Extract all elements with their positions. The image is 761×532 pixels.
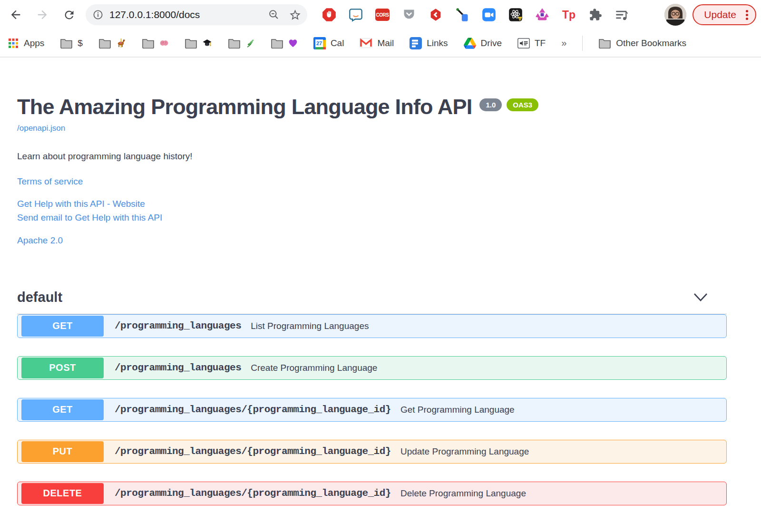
profile-area: Update [664,4,756,26]
email-help-link[interactable]: Send email to Get Help with this API [17,211,761,224]
purple-heart-icon [288,39,298,48]
endpoint-path: /programming_languages/{programming_lang… [115,404,391,415]
reload-icon [63,9,76,21]
carousel-horse-icon [116,38,126,48]
url-text[interactable]: 127.0.0.1:8000/docs [109,9,268,20]
chrome-update-button[interactable]: Update [693,4,756,25]
adblock-extension-icon[interactable] [322,7,337,22]
back-button[interactable] [8,7,24,23]
website-help-link[interactable]: Get Help with this API - Website [17,197,761,211]
zoom-extension-icon[interactable] [481,7,497,22]
swagger-page: The Amazing Programming Language Info AP… [0,58,761,505]
bookmark-star-icon[interactable] [289,9,302,21]
endpoint-row-get-list[interactable]: GET /programming_languages List Programm… [17,314,727,338]
forward-arrow-icon [36,8,49,21]
bookmark-calendar[interactable]: 27 Cal [313,37,344,49]
recycle-extension-icon[interactable] [535,7,550,22]
bookmark-folder-dollar[interactable]: $ [60,38,83,48]
zoom-out-icon[interactable] [268,9,280,21]
endpoint-path: /programming_languages [115,320,241,331]
bookmarks-overflow-chevron[interactable]: » [561,38,566,48]
method-badge: POST [21,358,104,378]
openapi-json-link[interactable]: /openapi.json [17,124,761,133]
brain-icon [159,39,169,48]
tag-section-header[interactable]: default [17,290,727,314]
method-badge: DELETE [21,483,104,504]
folder-icon [142,38,155,48]
bookmark-links[interactable]: Links [410,37,448,49]
tag-section-title: default [17,290,62,305]
endpoint-summary: List Programming Languages [251,321,369,331]
endpoint-row-post-create[interactable]: POST /programming_languages Create Progr… [17,356,727,380]
extensions-row: CORS [322,7,630,22]
bookmark-folder-purple-heart[interactable] [271,38,298,48]
endpoint-path: /programming_languages [115,362,241,373]
reload-button[interactable] [61,7,77,23]
bookmark-folder-herb[interactable] [228,38,255,48]
bookmarks-bar: Apps $ [0,29,761,58]
method-badge: GET [21,316,104,337]
bookmark-folder-carousel-horse[interactable] [98,38,126,48]
api-description: Learn about programming language history… [17,151,761,162]
cors-extension-icon[interactable]: CORS [375,7,390,22]
forward-button[interactable] [34,7,50,23]
endpoint-row-put-update[interactable]: PUT /programming_languages/{programming_… [17,440,727,464]
folder-icon [598,38,611,48]
license-link[interactable]: Apache 2.0 [17,235,761,246]
menu-dots-icon[interactable] [746,10,748,20]
endpoint-row-delete[interactable]: DELETE /programming_languages/{programmi… [17,482,727,505]
bookmark-tf[interactable]: TF [517,38,546,48]
pocket-extension-icon[interactable] [401,7,417,22]
media-controls-icon[interactable] [615,7,630,22]
endpoint-summary: Delete Programming Language [400,488,526,499]
bookmark-gmail[interactable]: Mail [360,38,394,48]
method-badge: PUT [21,441,104,462]
svg-text:27: 27 [316,40,322,46]
bookmark-folder-brain[interactable] [142,38,169,48]
graduation-cap-icon [202,39,212,48]
folder-icon [271,38,283,48]
folder-icon [98,38,111,48]
gmail-icon [360,38,372,48]
method-badge: GET [21,399,104,420]
tf-doc-icon [517,38,530,48]
google-drive-icon [464,38,476,49]
browser-toolbar: 127.0.0.1:8000/docs CORS [0,0,761,29]
apps-grid-icon [8,38,19,49]
other-bookmarks[interactable]: Other Bookmarks [598,38,686,48]
bookmark-apps[interactable]: Apps [8,38,44,49]
collapse-chevron-icon[interactable] [693,292,709,302]
bookmark-drive[interactable]: Drive [464,38,502,49]
version-badge: 1.0 [479,98,502,111]
address-bar[interactable]: 127.0.0.1:8000/docs [86,4,307,25]
terms-of-service-link[interactable]: Terms of service [17,176,761,187]
endpoint-summary: Create Programming Language [251,363,377,373]
update-label: Update [704,9,736,20]
endpoint-summary: Update Programming Language [400,446,529,457]
links-list-icon [410,37,422,49]
red-arrow-extension-icon[interactable] [428,7,443,22]
chat-bubble-extension-icon[interactable] [348,7,363,22]
endpoint-summary: Get Programming Language [400,405,515,415]
api-info: The Amazing Programming Language Info AP… [17,95,727,119]
color-picker-extension-icon[interactable] [455,7,470,22]
endpoint-path: /programming_languages/{programming_lang… [115,446,391,457]
folder-icon [228,38,241,48]
folder-icon [60,38,73,48]
google-calendar-icon: 27 [313,37,326,49]
endpoint-path: /programming_languages/{programming_lang… [115,488,391,499]
folder-icon [185,38,197,48]
puzzle-extensions-menu-icon[interactable] [588,7,603,22]
site-info-icon[interactable] [92,9,104,20]
back-arrow-icon [9,8,22,21]
oas3-badge: OAS3 [507,98,538,111]
bookmark-folder-graduation-cap[interactable] [185,38,212,48]
react-devtools-extension-icon[interactable] [508,7,523,22]
profile-avatar[interactable] [664,4,686,26]
tp-extension-icon[interactable]: Tp [561,7,576,22]
endpoint-row-get-one[interactable]: GET /programming_languages/{programming_… [17,398,727,422]
herb-icon [245,39,255,48]
page-title: The Amazing Programming Language Info AP… [17,95,472,119]
bookmarks-divider [582,36,583,51]
